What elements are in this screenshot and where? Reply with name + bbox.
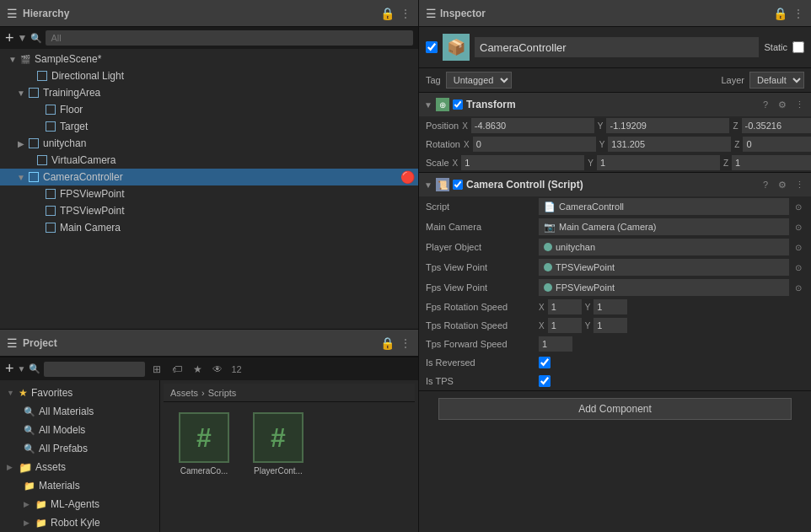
tps-fwd-row: Tps Forward Speed — [419, 335, 811, 353]
fps-rot-x-field[interactable] — [548, 299, 582, 314]
pos-x-field[interactable] — [471, 118, 594, 133]
hierarchy-add-btn[interactable]: + — [5, 30, 14, 47]
position-label: Position — [426, 121, 459, 131]
inspector-menu-icon[interactable]: ☰ — [426, 7, 437, 20]
rot-y-field[interactable] — [608, 137, 731, 152]
tree-item-maincamera[interactable]: Main Camera — [0, 219, 418, 236]
sidebar-item-all-materials[interactable]: 🔍 All Materials — [0, 402, 159, 421]
tree-item-virtualcamera[interactable]: VirtualCamera — [0, 152, 418, 169]
fps-rot-y-field[interactable] — [593, 299, 627, 314]
script-checkbox[interactable] — [453, 180, 463, 190]
static-checkbox[interactable] — [792, 41, 804, 53]
proj-icon-count: 12 — [231, 364, 241, 374]
tree-item-directionallight[interactable]: Directional Light — [0, 67, 418, 84]
mlagents-folder-icon: 📁 — [35, 499, 47, 510]
sidebar-item-all-prefabs[interactable]: 🔍 All Prefabs — [0, 439, 159, 458]
camera-script-header[interactable]: ▼ 📜 Camera Controll (Script) ? ⚙ ⋮ — [419, 173, 811, 196]
scale-y-field[interactable] — [597, 155, 720, 170]
transform-more-icon[interactable]: ⋮ — [792, 99, 806, 110]
pos-z-label: Z — [733, 121, 738, 131]
tree-item-fpsviewpoint[interactable]: FPSViewPoint — [0, 185, 418, 202]
object-active-checkbox[interactable] — [426, 41, 438, 53]
pos-y-field[interactable] — [606, 118, 729, 133]
project-search-input[interactable] — [44, 362, 145, 377]
pos-x-label: X — [462, 121, 468, 131]
project-add-arrow[interactable]: ▼ — [18, 364, 26, 373]
script-settings-icon[interactable]: ⚙ — [776, 180, 789, 191]
object-name-field[interactable] — [475, 37, 759, 57]
tree-item-target[interactable]: Target — [0, 118, 418, 135]
fps-view-value-box: FPSViewPoint — [539, 279, 789, 296]
script-ref-btn[interactable]: ⊙ — [792, 202, 804, 212]
sidebar-item-all-models[interactable]: 🔍 All Models — [0, 421, 159, 439]
is-reversed-checkbox[interactable] — [539, 357, 551, 368]
transform-settings-icon[interactable]: ⚙ — [776, 99, 789, 110]
sidebar-item-ml-agents[interactable]: ▶ 📁 ML-Agents — [0, 495, 159, 513]
tree-item-unitychan[interactable]: ▶ unitychan — [0, 135, 418, 152]
tps-view-icon — [544, 263, 552, 271]
tree-item-cameracontroller[interactable]: ▼ CameraController 🔴 — [0, 169, 418, 185]
transform-header[interactable]: ▼ ⊕ Transform ? ⚙ ⋮ — [419, 93, 811, 116]
hierarchy-lock-icon[interactable]: 🔒 — [380, 8, 395, 19]
sidebar-item-favorites[interactable]: ▼ ★ Favorites — [0, 384, 159, 402]
fps-rot-x-label: X — [539, 303, 545, 312]
transform-help-icon[interactable]: ? — [759, 99, 772, 110]
add-component-button[interactable]: Add Component — [438, 398, 792, 420]
tag-layer-row: Tag Untagged Layer Default — [419, 68, 811, 93]
project-lock-icon[interactable]: 🔒 — [380, 337, 395, 349]
hierarchy-panel: ☰ Hierarchy 🔒 ⋮ + ▼ 🔍 ▼ 🎬 Sam — [0, 0, 418, 330]
proj-tag-btn[interactable]: 🏷 — [169, 363, 185, 375]
project-add-btn[interactable]: + — [5, 360, 14, 378]
main-camera-ref-btn[interactable]: ⊙ — [792, 223, 804, 232]
transform-checkbox[interactable] — [453, 99, 463, 110]
sidebar-item-robot-kyle[interactable]: ▶ 📁 Robot Kyle — [0, 513, 159, 532]
tag-select[interactable]: Untagged — [446, 72, 512, 89]
project-menu-icon[interactable]: ☰ — [7, 336, 18, 350]
file-label-playercont: PlayerCont... — [254, 466, 303, 476]
tps-fwd-label: Tps Forward Speed — [426, 339, 535, 349]
tps-rot-y-field[interactable] — [593, 318, 627, 333]
rot-z-field[interactable] — [743, 137, 811, 152]
breadcrumb-assets[interactable]: Assets — [170, 388, 198, 398]
file-item-cameraco[interactable]: # CameraCo... — [170, 409, 238, 479]
hierarchy-search-input[interactable] — [46, 30, 413, 46]
tree-item-floor[interactable]: Floor — [0, 101, 418, 118]
rot-x-field[interactable] — [473, 137, 596, 152]
script-help-icon[interactable]: ? — [759, 180, 772, 191]
player-object-ref-btn[interactable]: ⊙ — [792, 243, 804, 252]
scale-z-field[interactable] — [732, 155, 811, 170]
sidebar-item-materials[interactable]: 📁 Materials — [0, 476, 159, 495]
tps-fwd-field[interactable] — [539, 336, 572, 352]
hierarchy-menu-icon[interactable]: ☰ — [7, 7, 18, 20]
project-sidebar: ▼ ★ Favorites 🔍 All Materials 🔍 All Mode… — [0, 380, 160, 532]
project-toolbar: + ▼ 🔍 ⊞ 🏷 ★ 👁 12 — [0, 357, 418, 380]
hierarchy-dropdown-icon[interactable]: ▼ — [18, 32, 28, 44]
tps-rot-x-label: X — [539, 321, 545, 330]
sidebar-item-assets[interactable]: ▶ 📁 Assets — [0, 458, 159, 476]
inspector-more-icon[interactable]: ⋮ — [792, 8, 804, 19]
main-area: ☰ Hierarchy 🔒 ⋮ + ▼ 🔍 ▼ 🎬 Sam — [0, 0, 811, 532]
project-main: Assets › Scripts # CameraCo... — [160, 380, 418, 532]
tps-rot-x-field[interactable] — [548, 318, 582, 333]
scale-x-field[interactable] — [461, 155, 584, 170]
proj-view1-btn[interactable]: ⊞ — [148, 363, 165, 375]
script-more-icon[interactable]: ⋮ — [792, 180, 806, 191]
proj-star-btn[interactable]: ★ — [189, 363, 206, 375]
is-tps-checkbox[interactable] — [539, 375, 551, 387]
tps-view-ref-btn[interactable]: ⊙ — [792, 263, 804, 272]
fps-view-ref-btn[interactable]: ⊙ — [792, 283, 804, 293]
proj-eye-btn[interactable]: 👁 — [209, 363, 226, 375]
hierarchy-more-icon[interactable]: ⋮ — [400, 8, 411, 19]
breadcrumb-scripts[interactable]: Scripts — [208, 388, 237, 398]
layer-select[interactable]: Default — [749, 72, 804, 89]
pos-z-field[interactable] — [742, 118, 811, 133]
file-item-playercont[interactable]: # PlayerCont... — [244, 409, 312, 479]
inspector-lock-icon[interactable]: 🔒 — [773, 8, 787, 19]
tree-item-trainingarea[interactable]: ▼ TrainingArea — [0, 84, 418, 101]
tree-item-samplescene[interactable]: ▼ 🎬 SampleScene* — [0, 51, 418, 67]
transform-btns: ? ⚙ ⋮ — [759, 99, 806, 110]
inspector-panel: ☰ Inspector 🔒 ⋮ 📦 Static Tag — [419, 0, 811, 532]
tree-item-tpsviewpoint[interactable]: TPSViewPoint — [0, 202, 418, 219]
project-body: ▼ ★ Favorites 🔍 All Materials 🔍 All Mode… — [0, 380, 418, 532]
project-more-icon[interactable]: ⋮ — [400, 337, 411, 349]
